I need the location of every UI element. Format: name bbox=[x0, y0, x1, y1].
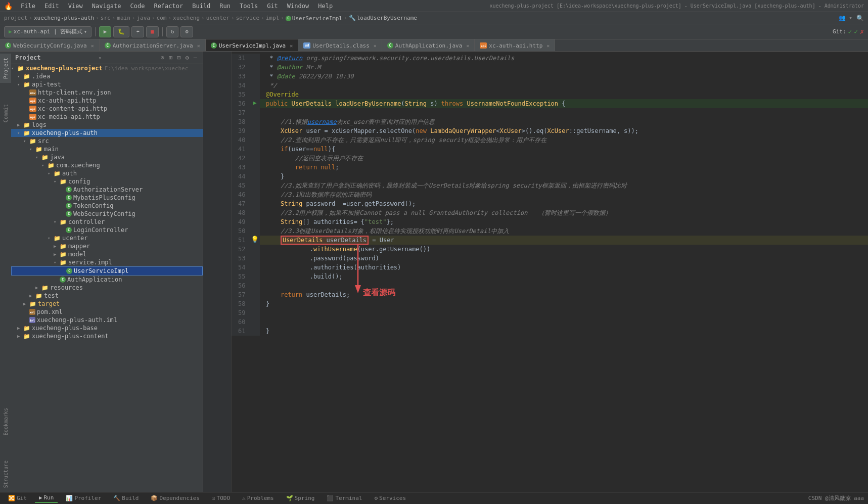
breadcrumb-auth[interactable]: xuecheng-plus-auth bbox=[34, 15, 94, 21]
tree-item-imlfile[interactable]: iml xuecheng-plus-auth.iml bbox=[11, 316, 203, 324]
breadcrumb-com[interactable]: com bbox=[157, 15, 167, 21]
tree-item-authapp-file[interactable]: C AuthApplication bbox=[11, 276, 203, 284]
tab-userservice[interactable]: C UserServiceImpl.java ✕ bbox=[206, 39, 298, 52]
menu-run[interactable]: Run bbox=[215, 2, 235, 11]
debug-button[interactable]: 🐛 bbox=[113, 26, 129, 37]
tree-item-model[interactable]: ▶ 📁 model bbox=[11, 250, 203, 258]
tree-item-xcauthhttp[interactable]: api xc-auth-api.http bbox=[11, 97, 203, 105]
tree-item-config[interactable]: ▾ 📁 config bbox=[11, 177, 203, 186]
git-checkmark-2[interactable]: ✓ bbox=[854, 28, 858, 35]
menu-code[interactable]: Code bbox=[126, 2, 149, 11]
tree-item-pomxml[interactable]: xml pom.xml bbox=[11, 308, 203, 316]
menu-window[interactable]: Window bbox=[283, 2, 313, 11]
bottom-tab-problems[interactable]: ⚠ Problems bbox=[238, 494, 278, 502]
run-with-coverage-button[interactable]: ☂ bbox=[131, 26, 144, 37]
git-checkmark-1[interactable]: ✓ bbox=[848, 28, 852, 35]
tree-item-websecconfig[interactable]: C WebSecurityConfig bbox=[11, 210, 203, 218]
menu-git[interactable]: Git bbox=[263, 2, 282, 11]
tree-item-controller[interactable]: ▾ 📁 controller bbox=[11, 218, 203, 226]
sidebar-title-dropdown[interactable]: ▾ bbox=[99, 55, 102, 61]
bottom-tab-profiler[interactable]: 📊 Profiler bbox=[62, 494, 105, 502]
bottom-tab-services[interactable]: ⚙ Services bbox=[370, 494, 410, 502]
breadcrumb-java[interactable]: java bbox=[136, 15, 150, 21]
tree-item-xcmediahttp[interactable]: api xc-media-api.http bbox=[11, 113, 203, 121]
code-container[interactable]: 31 * @return org.springframework.securit… bbox=[203, 52, 868, 492]
tree-item-resources[interactable]: ▶ 📁 resources bbox=[11, 284, 203, 292]
tree-item-serviceimpl[interactable]: ▾ 📁 service.impl bbox=[11, 258, 203, 266]
tree-item-tokenconfig[interactable]: C TokenConfig bbox=[11, 202, 203, 210]
sidebar-tab-commit[interactable]: Commit bbox=[0, 100, 11, 126]
breadcrumb-project[interactable]: project bbox=[4, 15, 27, 21]
tab-authapp[interactable]: C AuthApplication.java ✕ bbox=[382, 39, 475, 52]
tree-item-mybatisconfig[interactable]: C MybatisPlusConfig bbox=[11, 194, 203, 202]
breadcrumb-method[interactable]: 🔧 loadUserByUsername bbox=[349, 15, 417, 21]
tree-item-idea[interactable]: ▾ 📁 .idea bbox=[11, 72, 203, 80]
bottom-tab-spring[interactable]: 🌱 Spring bbox=[282, 494, 319, 502]
tab-xcauthapi[interactable]: api xc-auth-api.http ✕ bbox=[475, 39, 555, 52]
sidebar-tab-bookmarks[interactable]: Bookmarks bbox=[0, 404, 11, 439]
breadcrumb-class[interactable]: C UserServiceImpl bbox=[286, 14, 342, 22]
sidebar-tab-structure[interactable]: Structure bbox=[0, 456, 11, 492]
tree-item-srcmain[interactable]: ▾ 📁 main bbox=[11, 145, 203, 153]
tree-item-java[interactable]: ▾ 📁 java bbox=[11, 153, 203, 161]
run-button[interactable]: ▶ bbox=[99, 26, 112, 37]
menu-build[interactable]: Build bbox=[188, 2, 214, 11]
run-gutter-icon[interactable]: ▶ bbox=[253, 100, 257, 106]
tree-item-logs[interactable]: ▶ 📁 logs bbox=[11, 121, 203, 129]
tab-close-xcauthapi[interactable]: ✕ bbox=[546, 43, 550, 49]
tree-item-root[interactable]: ▾ 📁 xuecheng-plus-project E:\idea-worksp… bbox=[11, 64, 203, 72]
menu-help[interactable]: Help bbox=[314, 2, 337, 11]
tree-item-test[interactable]: ▶ 📁 test bbox=[11, 292, 203, 300]
tab-websecurity[interactable]: C WebSecurityConfig.java ✕ bbox=[0, 39, 100, 52]
tree-item-target[interactable]: ▶ 📁 target bbox=[11, 300, 203, 308]
tree-item-envjson[interactable]: env http-client.env.json bbox=[11, 88, 203, 97]
tab-close-userservice[interactable]: ✕ bbox=[290, 43, 293, 49]
search-everywhere-icon[interactable]: 🔍 bbox=[856, 15, 864, 22]
tree-item-comxuecheng[interactable]: ▾ 📁 com.xuecheng bbox=[11, 161, 203, 169]
project-selector[interactable]: ▶ xc-auth-api | 密码模式 ▾ bbox=[4, 26, 92, 37]
tree-item-authpkg[interactable]: ▾ 📁 auth bbox=[11, 169, 203, 177]
tree-item-xccontenthttp[interactable]: api xc-content-api.http bbox=[11, 105, 203, 113]
menu-edit[interactable]: Edit bbox=[40, 2, 63, 11]
menu-refactor[interactable]: Refactor bbox=[150, 2, 187, 11]
tree-item-ucenter[interactable]: ▾ 📁 ucenter bbox=[11, 234, 203, 242]
tree-item-content[interactable]: ▶ 📁 xuecheng-plus-content bbox=[11, 332, 203, 340]
tree-item-mapper[interactable]: ▶ 📁 mapper bbox=[11, 242, 203, 250]
sidebar-expand-btn[interactable]: ⊞ bbox=[167, 54, 174, 62]
tree-item-apitest[interactable]: ▾ 📁 api-test bbox=[11, 80, 203, 88]
tree-item-auth[interactable]: ▾ 📁 xuecheng-plus-auth bbox=[11, 129, 203, 137]
breadcrumb-service[interactable]: service bbox=[236, 15, 259, 21]
breadcrumb-main[interactable]: main bbox=[117, 15, 130, 21]
stop-button[interactable]: ■ bbox=[146, 26, 159, 37]
tab-close-userdetails[interactable]: ✕ bbox=[374, 43, 377, 49]
tab-close-authserver[interactable]: ✕ bbox=[197, 43, 200, 49]
tab-authserver[interactable]: C AuthorizationServer.java ✕ bbox=[100, 39, 206, 52]
sync-button[interactable]: ↻ bbox=[166, 26, 179, 37]
menu-navigate[interactable]: Navigate bbox=[88, 2, 125, 11]
tree-item-src[interactable]: ▾ 📁 src bbox=[11, 137, 203, 145]
bottom-tab-git[interactable]: 🔀 Git bbox=[4, 494, 31, 502]
tab-close-websecurity[interactable]: ✕ bbox=[91, 43, 94, 49]
bottom-tab-dependencies[interactable]: 📦 Dependencies bbox=[147, 494, 203, 502]
menu-file[interactable]: File bbox=[17, 2, 39, 11]
bottom-tab-todo[interactable]: ☑ TODO bbox=[208, 494, 234, 502]
breadcrumb-impl[interactable]: impl bbox=[266, 15, 280, 21]
breadcrumb-ucenter[interactable]: ucenter bbox=[206, 15, 230, 21]
tab-close-authapp[interactable]: ✕ bbox=[466, 43, 469, 49]
config-button[interactable]: ⚙ bbox=[180, 26, 193, 37]
breadcrumb-src[interactable]: src bbox=[101, 15, 111, 21]
sidebar-close-btn[interactable]: — bbox=[192, 54, 199, 62]
tree-item-logincontroller[interactable]: C LoginController bbox=[11, 226, 203, 234]
tree-item-base[interactable]: ▶ 📁 xuecheng-plus-base bbox=[11, 324, 203, 332]
sidebar-locate-btn[interactable]: ⊙ bbox=[159, 54, 166, 62]
bottom-tab-build[interactable]: 🔨 Build bbox=[109, 494, 143, 502]
breadcrumb-xuecheng[interactable]: xuecheng bbox=[173, 15, 200, 21]
vcs-icon[interactable]: 👥 ▾ bbox=[839, 15, 852, 21]
menu-tools[interactable]: Tools bbox=[236, 2, 262, 11]
tree-item-authserver-file[interactable]: C AuthorizationServer bbox=[11, 186, 203, 194]
bottom-tab-run[interactable]: ▶ Run bbox=[35, 493, 58, 503]
tab-userdetails[interactable]: ud UserDetails.class ✕ bbox=[298, 39, 382, 52]
menu-view[interactable]: View bbox=[64, 2, 87, 11]
tree-item-userserviceimpl[interactable]: C UserServiceImpl bbox=[11, 266, 203, 276]
bottom-tab-terminal[interactable]: ⬛ Terminal bbox=[323, 494, 366, 502]
